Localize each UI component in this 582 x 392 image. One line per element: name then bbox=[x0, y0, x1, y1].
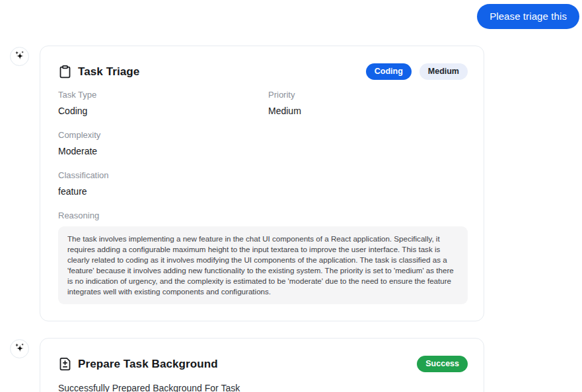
field-value: feature bbox=[58, 186, 268, 197]
sparkles-icon bbox=[14, 342, 25, 356]
field-label: Task Type bbox=[58, 90, 268, 100]
triage-fields: Task Type Coding Priority Medium Complex… bbox=[58, 90, 468, 211]
card-title: Task Triage bbox=[78, 65, 139, 79]
assistant-avatar bbox=[10, 339, 29, 358]
sparkles-icon bbox=[14, 49, 25, 63]
clipboard-icon bbox=[58, 65, 72, 79]
field-value: Medium bbox=[268, 106, 468, 116]
field-complexity: Complexity Moderate bbox=[58, 130, 268, 156]
success-badge: Success bbox=[417, 356, 468, 372]
field-value: Moderate bbox=[58, 146, 268, 156]
assistant-message-row: Prepare Task Background Success Successf… bbox=[10, 338, 582, 392]
prepare-background-card: Prepare Task Background Success Successf… bbox=[40, 338, 484, 392]
assistant-avatar bbox=[10, 47, 29, 66]
task-triage-card-header: Task Triage Coding Medium bbox=[58, 63, 468, 80]
assistant-message-row: Task Triage Coding Medium Task Type Codi… bbox=[10, 46, 582, 321]
badge-group: Success bbox=[417, 356, 468, 372]
priority-badge: Medium bbox=[419, 63, 468, 80]
status-text: Successfully Prepared Background For Tas… bbox=[58, 383, 468, 392]
card-title: Prepare Task Background bbox=[78, 358, 218, 371]
file-diff-icon bbox=[58, 357, 72, 371]
field-label: Complexity bbox=[58, 130, 268, 140]
reasoning-label: Reasoning bbox=[58, 211, 468, 220]
chat-panel: Please triage this Task Tria bbox=[0, 0, 582, 392]
field-task-type: Task Type Coding bbox=[58, 90, 268, 116]
user-message-bubble: Please triage this bbox=[477, 4, 579, 29]
task-triage-card: Task Triage Coding Medium Task Type Codi… bbox=[40, 46, 484, 321]
field-value: Coding bbox=[58, 106, 268, 116]
prepare-background-card-header: Prepare Task Background Success bbox=[58, 356, 468, 372]
field-label: Priority bbox=[268, 90, 468, 100]
user-message-row: Please triage this bbox=[0, 0, 582, 29]
field-label: Classification bbox=[58, 170, 268, 180]
badge-group: Coding Medium bbox=[366, 63, 468, 80]
field-classification: Classification feature bbox=[58, 170, 268, 197]
task-type-badge: Coding bbox=[366, 63, 412, 80]
field-priority: Priority Medium bbox=[268, 90, 468, 116]
reasoning-text: The task involves implementing a new fea… bbox=[58, 226, 468, 304]
